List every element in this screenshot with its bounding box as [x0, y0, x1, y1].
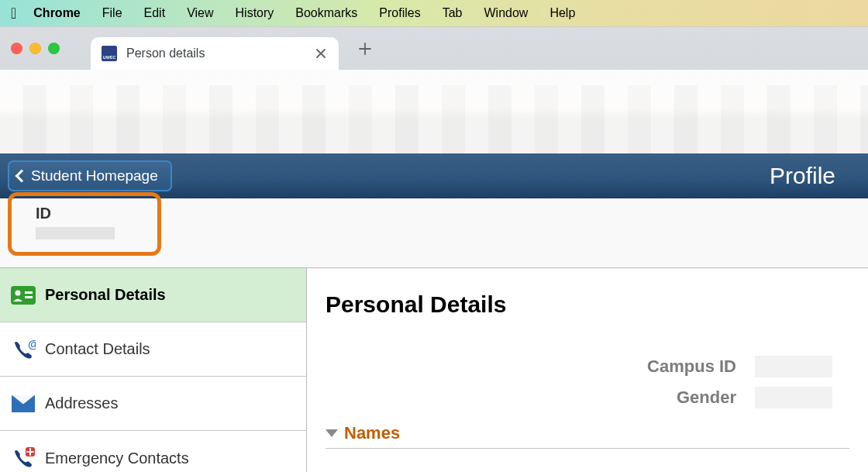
field-row-gender: Gender: [307, 388, 868, 408]
tab-close-button[interactable]: [314, 47, 328, 60]
close-icon: [315, 48, 326, 59]
field-label-campus-id: Campus ID: [647, 357, 736, 377]
menu-edit[interactable]: Edit: [133, 6, 177, 20]
menu-bookmarks[interactable]: Bookmarks: [284, 6, 368, 20]
menu-file[interactable]: File: [91, 6, 133, 20]
id-highlight-annotation: [8, 192, 161, 256]
section-title: Names: [344, 423, 400, 443]
back-button-label: Student Homepage: [31, 167, 158, 184]
page-title: Profile: [770, 163, 835, 189]
apple-logo-icon[interactable]: : [11, 5, 16, 22]
main-layout: Personal Details @ Contact Details Addre…: [0, 268, 868, 472]
sidebar: Personal Details @ Contact Details Addre…: [0, 268, 307, 472]
field-row-campus-id: Campus ID: [307, 357, 868, 377]
content-heading: Personal Details: [307, 291, 868, 318]
envelope-icon: [11, 394, 36, 414]
back-button[interactable]: Student Homepage: [8, 160, 172, 191]
field-value-gender-redacted: [755, 387, 832, 408]
sidebar-item-emergency-contacts[interactable]: Emergency Contacts: [0, 431, 306, 472]
chrome-toolbar-redacted: [0, 70, 868, 153]
tab-favicon-icon: UWEC: [102, 46, 117, 61]
phone-at-icon: @: [11, 339, 36, 360]
field-value-campus-id-redacted: [755, 356, 832, 377]
menu-help[interactable]: Help: [539, 6, 586, 20]
sidebar-item-contact-details[interactable]: @ Contact Details: [0, 322, 306, 377]
menu-app-name[interactable]: Chrome: [33, 6, 91, 20]
menu-history[interactable]: History: [225, 6, 285, 20]
content-pane: Personal Details Campus ID Gender Names: [307, 268, 868, 472]
window-zoom-button[interactable]: [48, 43, 60, 54]
plus-icon: [358, 42, 372, 56]
tab-title: Person details: [126, 47, 305, 60]
id-bar: ID: [0, 198, 868, 268]
svg-rect-0: [11, 286, 36, 305]
sidebar-item-label: Contact Details: [45, 340, 150, 358]
mac-menu-bar:  Chrome File Edit View History Bookmark…: [0, 0, 868, 26]
field-label-gender: Gender: [677, 388, 736, 408]
sidebar-item-label: Personal Details: [45, 286, 166, 304]
svg-rect-3: [25, 296, 33, 298]
svg-text:@: @: [28, 339, 36, 350]
sidebar-item-label: Emergency Contacts: [45, 450, 189, 467]
browser-tab[interactable]: UWEC Person details: [91, 37, 339, 70]
sidebar-item-label: Addresses: [45, 394, 119, 412]
favicon-text: UWEC: [103, 55, 115, 60]
menu-window[interactable]: Window: [473, 6, 539, 20]
svg-rect-2: [25, 291, 33, 294]
svg-point-1: [16, 290, 21, 295]
menu-profiles[interactable]: Profiles: [368, 6, 431, 20]
id-card-icon: [11, 285, 36, 305]
caret-down-icon: [326, 429, 338, 437]
menu-tab[interactable]: Tab: [432, 6, 474, 20]
chrome-tab-bar: UWEC Person details: [0, 26, 868, 70]
phone-plus-icon: [11, 448, 36, 468]
window-minimize-button[interactable]: [29, 43, 41, 54]
sidebar-item-addresses[interactable]: Addresses: [0, 377, 306, 431]
sidebar-item-personal-details[interactable]: Personal Details: [0, 268, 306, 322]
menu-view[interactable]: View: [176, 6, 224, 20]
new-tab-button[interactable]: [351, 35, 379, 63]
section-header-names[interactable]: Names: [307, 423, 868, 443]
section-divider: [326, 448, 849, 449]
window-controls: [11, 43, 60, 54]
chevron-left-icon: [16, 170, 29, 183]
window-close-button[interactable]: [11, 43, 22, 54]
